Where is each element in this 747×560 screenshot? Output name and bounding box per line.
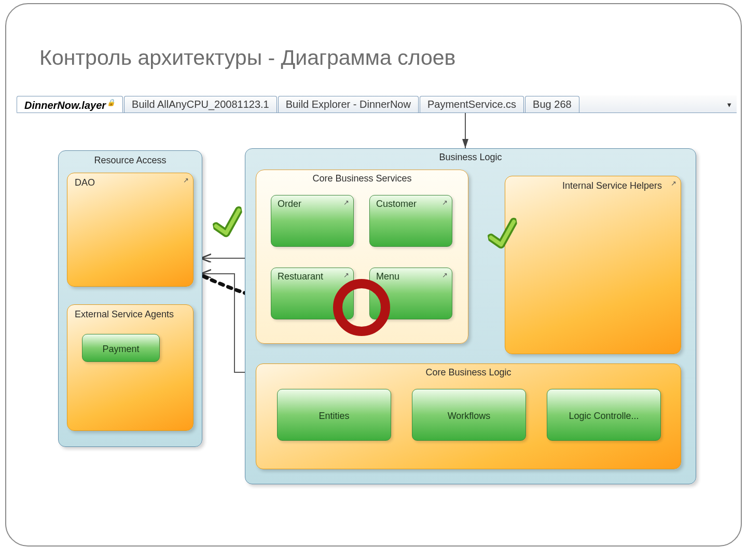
lock-icon: 🔒: [107, 99, 115, 106]
node-payment[interactable]: Payment: [82, 334, 160, 362]
node-workflows[interactable]: Workflows: [412, 389, 526, 441]
layer-title: Resource Access: [59, 155, 202, 166]
package-title: DAO: [67, 173, 193, 192]
tab-overflow-icon[interactable]: ▾: [722, 100, 737, 113]
package-core-business-logic[interactable]: Core Business Logic Entities Workflows L…: [256, 363, 681, 469]
tab-paymentservice[interactable]: PaymentService.cs: [420, 96, 524, 113]
layer-business-logic[interactable]: Business Logic Core Business Services Or…: [245, 148, 696, 484]
package-title: External Service Agents: [67, 305, 193, 324]
link-icon: ↗: [442, 271, 448, 279]
node-label: Entities: [319, 411, 349, 422]
slide-title: Контроль архитектуры - Диаграмма слоев: [39, 46, 455, 70]
package-internal-service-helpers[interactable]: Internal Service Helpers ↗: [505, 176, 681, 354]
link-icon: ↗: [343, 271, 349, 279]
tab-label: DinnerNow.layer: [24, 100, 106, 111]
package-dao[interactable]: DAO ↗: [67, 173, 193, 287]
layer-title: Business Logic: [245, 152, 696, 163]
node-label: Logic Controlle...: [569, 411, 639, 422]
check-icon: [210, 205, 246, 241]
node-label: Payment: [102, 344, 139, 355]
check-icon: [485, 216, 521, 253]
tab-build-allanycpu[interactable]: Build AllAnyCPU_20081123.1: [124, 96, 277, 113]
package-title: Core Business Services: [256, 173, 468, 184]
node-customer[interactable]: Customer ↗: [369, 195, 452, 247]
node-logic-controllers[interactable]: Logic Controlle...: [547, 389, 661, 441]
link-icon: ↗: [442, 199, 448, 206]
package-title: Core Business Logic: [256, 367, 681, 378]
tab-bug268[interactable]: Bug 268: [525, 96, 579, 113]
package-core-business-services[interactable]: Core Business Services Order ↗ Customer …: [256, 170, 468, 344]
layer-resource-access[interactable]: Resource Access DAO ↗ External Service A…: [58, 150, 202, 447]
node-label: Customer: [376, 199, 417, 209]
package-external-service-agents[interactable]: External Service Agents Payment: [67, 304, 193, 431]
node-label: Order: [278, 199, 301, 209]
tabstrip: DinnerNow.layer🔒 Build AllAnyCPU_2008112…: [17, 95, 737, 113]
slide-frame: Контроль архитектуры - Диаграмма слоев D…: [5, 3, 742, 547]
tab-build-explorer[interactable]: Build Explorer - DinnerNow: [278, 96, 419, 113]
node-entities[interactable]: Entities: [277, 389, 391, 441]
node-menu[interactable]: Menu ↗: [369, 268, 452, 319]
link-icon: ↗: [183, 176, 189, 184]
node-order[interactable]: Order ↗: [271, 195, 354, 247]
diagram-canvas[interactable]: Resource Access DAO ↗ External Service A…: [17, 113, 737, 531]
node-label: Workflows: [448, 411, 491, 422]
link-icon: ↗: [671, 179, 676, 187]
link-icon: ↗: [343, 199, 349, 206]
package-title: Internal Service Helpers: [505, 176, 681, 191]
node-restaurant[interactable]: Restuarant ↗: [271, 268, 354, 319]
node-label: Menu: [376, 271, 399, 282]
node-label: Restuarant: [278, 271, 323, 282]
tab-dinnernow-layer[interactable]: DinnerNow.layer🔒: [17, 96, 123, 113]
